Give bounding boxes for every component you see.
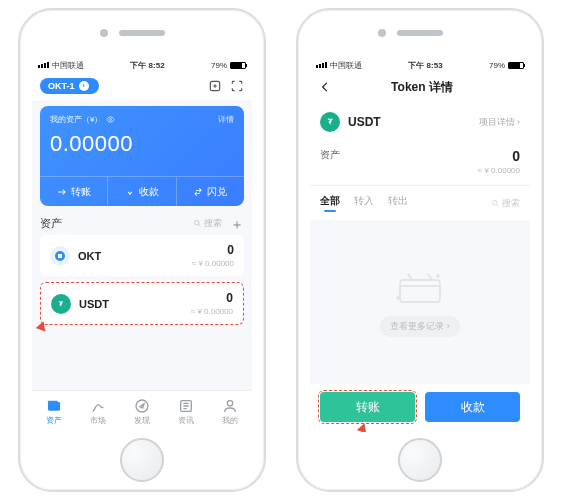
tab-market[interactable]: 市场 bbox=[76, 391, 120, 432]
receive-button[interactable]: 收款 bbox=[425, 392, 520, 422]
receive-action[interactable]: 收款 bbox=[107, 177, 175, 206]
search-icon bbox=[193, 219, 202, 228]
asset-row-usdt[interactable]: ₮ USDT 0 ≈ ¥ 0.00000 bbox=[40, 282, 244, 325]
earpiece bbox=[397, 30, 443, 36]
svg-rect-8 bbox=[48, 400, 57, 403]
tx-filter-tabs: 全部 转入 转出 搜索 bbox=[310, 186, 530, 220]
status-bar: 中国联通 下午 8:53 79% bbox=[310, 56, 530, 72]
camera-dot bbox=[100, 29, 108, 37]
battery-percent: 79% bbox=[489, 61, 505, 70]
tab-all[interactable]: 全部 bbox=[320, 194, 340, 212]
asset-symbol: USDT bbox=[79, 298, 109, 310]
page-header: Token 详情 bbox=[310, 72, 530, 102]
usdt-coin-icon: ₮ bbox=[320, 112, 340, 132]
compass-icon bbox=[134, 398, 150, 414]
add-asset-button[interactable]: ＋ bbox=[230, 217, 244, 231]
asset-symbol: OKT bbox=[78, 250, 101, 262]
svg-point-11 bbox=[227, 400, 232, 405]
status-time: 下午 8:53 bbox=[362, 60, 489, 71]
balance-label: 我的资产（¥） bbox=[50, 114, 102, 125]
token-name: USDT bbox=[348, 115, 381, 129]
bottom-tab-bar: 资产 市场 发现 资讯 我的 bbox=[32, 390, 252, 432]
battery-percent: 79% bbox=[211, 61, 227, 70]
tab-news[interactable]: 资讯 bbox=[164, 391, 208, 432]
top-bar: OKT-1 › bbox=[32, 72, 252, 100]
user-icon bbox=[222, 398, 238, 414]
tab-me[interactable]: 我的 bbox=[208, 391, 252, 432]
signal-icon bbox=[38, 62, 49, 68]
token-action-row: 转账 收款 bbox=[310, 384, 530, 432]
eye-icon[interactable] bbox=[106, 115, 115, 124]
tab-discover[interactable]: 发现 bbox=[120, 391, 164, 432]
market-icon bbox=[90, 398, 106, 414]
assets-section-header: 资产 搜索 ＋ bbox=[40, 216, 244, 231]
balance-label: 资产 bbox=[320, 148, 340, 162]
svg-point-14 bbox=[493, 200, 498, 205]
asset-value: 0 bbox=[192, 243, 234, 257]
asset-value: 0 bbox=[191, 291, 233, 305]
svg-point-17 bbox=[397, 297, 399, 299]
assets-title: 资产 bbox=[40, 216, 62, 231]
home-button[interactable] bbox=[120, 438, 164, 482]
home-button[interactable] bbox=[398, 438, 442, 482]
news-icon bbox=[178, 398, 194, 414]
swap-icon bbox=[193, 187, 203, 197]
transfer-button[interactable]: 转账 bbox=[320, 392, 415, 422]
view-more-records[interactable]: 查看更多记录 › bbox=[380, 316, 460, 337]
usdt-coin-icon: ₮ bbox=[51, 294, 71, 314]
svg-rect-4 bbox=[58, 254, 62, 258]
transfer-icon bbox=[57, 187, 67, 197]
balance-card: 我的资产（¥） 详情 0.00000 转账 收款 闪兑 bbox=[40, 106, 244, 206]
wallet-icon bbox=[46, 398, 62, 414]
empty-state: 查看更多记录 › bbox=[310, 220, 530, 384]
back-icon[interactable] bbox=[318, 80, 332, 94]
annotation-arrow-icon bbox=[357, 422, 369, 432]
signal-icon bbox=[316, 62, 327, 68]
asset-subvalue: ≈ ¥ 0.00000 bbox=[192, 259, 234, 268]
status-bar: 中国联通 下午 8:52 79% bbox=[32, 56, 252, 72]
okt-coin-icon bbox=[50, 246, 70, 266]
asset-subvalue: ≈ ¥ 0.00000 bbox=[191, 307, 233, 316]
screen-right: 中国联通 下午 8:53 79% Token 详情 ₮ USDT 项目详情 › … bbox=[310, 56, 530, 432]
status-time: 下午 8:52 bbox=[84, 60, 211, 71]
svg-rect-15 bbox=[400, 280, 440, 302]
empty-illustration-icon bbox=[390, 268, 450, 308]
carrier-label: 中国联通 bbox=[330, 60, 362, 71]
svg-point-2 bbox=[195, 221, 200, 226]
camera-dot bbox=[378, 29, 386, 37]
earpiece bbox=[119, 30, 165, 36]
tx-search[interactable]: 搜索 bbox=[491, 197, 520, 210]
wallet-name: OKT-1 bbox=[48, 81, 75, 91]
asset-search[interactable]: 搜索 bbox=[193, 217, 222, 230]
battery-icon bbox=[508, 62, 524, 69]
annotation-arrow-icon bbox=[36, 320, 48, 332]
balance-subvalue: ≈ ¥ 0.00000 bbox=[478, 166, 520, 175]
page-title: Token 详情 bbox=[336, 79, 508, 96]
svg-point-1 bbox=[110, 119, 112, 121]
asset-row-okt[interactable]: OKT 0 ≈ ¥ 0.00000 bbox=[40, 235, 244, 276]
transfer-action[interactable]: 转账 bbox=[40, 177, 107, 206]
screen-left: 中国联通 下午 8:52 79% OKT-1 › 我的资产（¥） 详情 0.00… bbox=[32, 56, 252, 432]
phone-frame-right: 中国联通 下午 8:53 79% Token 详情 ₮ USDT 项目详情 › … bbox=[296, 8, 544, 492]
token-header-row: ₮ USDT 项目详情 › bbox=[310, 102, 530, 142]
chevron-right-icon: › bbox=[79, 81, 89, 91]
project-details-link[interactable]: 项目详情 › bbox=[479, 116, 521, 129]
phone-frame-left: 中国联通 下午 8:52 79% OKT-1 › 我的资产（¥） 详情 0.00… bbox=[18, 8, 266, 492]
carrier-label: 中国联通 bbox=[52, 60, 84, 71]
battery-icon bbox=[230, 62, 246, 69]
search-icon bbox=[491, 199, 500, 208]
scan-add-icon[interactable] bbox=[208, 79, 222, 93]
receive-icon bbox=[125, 187, 135, 197]
svg-point-16 bbox=[437, 275, 439, 277]
wallet-selector[interactable]: OKT-1 › bbox=[40, 78, 99, 94]
svg-text:₮: ₮ bbox=[58, 301, 63, 307]
token-balance-row: 资产 0 ≈ ¥ 0.00000 bbox=[310, 142, 530, 186]
details-link[interactable]: 详情 bbox=[218, 114, 234, 125]
scan-qr-icon[interactable] bbox=[230, 79, 244, 93]
balance-value: 0 bbox=[478, 148, 520, 164]
swap-action[interactable]: 闪兑 bbox=[176, 177, 244, 206]
tab-assets[interactable]: 资产 bbox=[32, 391, 76, 432]
tab-out[interactable]: 转出 bbox=[388, 194, 408, 212]
balance-amount: 0.00000 bbox=[50, 131, 234, 157]
tab-in[interactable]: 转入 bbox=[354, 194, 374, 212]
